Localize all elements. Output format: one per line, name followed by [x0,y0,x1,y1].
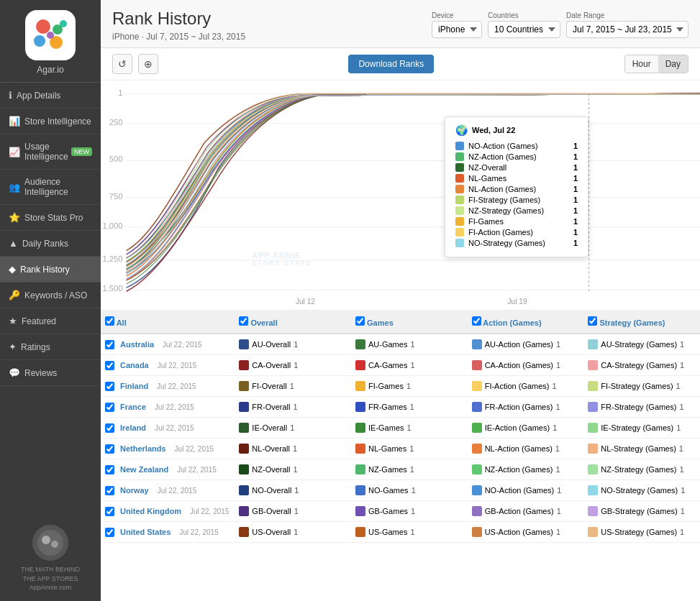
sidebar-item-audience-intelligence[interactable]: 👥 Audience Intelligence [0,170,101,205]
games-checkbox[interactable] [355,316,365,326]
rank-table: All Overall Games Action (Games) [101,311,700,543]
download-ranks-button[interactable]: Download Ranks [348,55,434,73]
sidebar-item-store-stats-pro[interactable]: ⭐ Store Stats Pro [0,205,101,231]
tooltip-color-swatch [455,196,464,204]
overall-checkbox[interactable] [239,316,248,326]
row-checkbox[interactable] [105,465,114,474]
strategy-label: US-Strategy (Games) [601,528,677,536]
zoom-button[interactable]: ⊕ [138,54,158,74]
info-icon: ℹ [9,90,12,101]
sidebar-item-ratings[interactable]: ✦ Ratings [0,334,101,360]
sidebar-item-daily-ranks[interactable]: ▲ Daily Ranks [0,231,101,257]
strategy-checkbox[interactable] [588,316,597,326]
app-logo-section: Agar.io [0,0,101,83]
overall-label: AU-Overall [252,340,291,349]
games-cell: NZ-Games 1 [351,459,468,480]
overall-label: GB-Overall [252,507,291,515]
strategy-label: AU-Strategy (Games) [601,340,677,349]
overall-badge [239,339,249,349]
row-checkbox[interactable] [105,423,114,433]
sidebar-item-reviews[interactable]: 💬 Reviews [0,360,101,386]
games-label: FI-Games [368,382,404,390]
action-badge [472,464,482,474]
overall-rank: 1 [294,361,298,370]
sidebar-item-app-details[interactable]: ℹ App Details [0,83,101,109]
country-cell: Canada Jul 22, 2015 [101,355,235,376]
country-name[interactable]: Australia [120,340,154,349]
tooltip-row-value: 1 [573,196,578,204]
action-badge [472,527,482,537]
country-name[interactable]: Finland [120,382,148,390]
row-checkbox[interactable] [105,361,114,370]
overall-cell: FR-Overall 1 [235,397,351,418]
sidebar-item-store-intelligence[interactable]: 📊 Store Intelligence [0,109,101,134]
overall-badge [239,464,249,474]
action-checkbox[interactable] [472,316,481,326]
row-checkbox[interactable] [105,528,114,537]
games-cell: US-Games 1 [351,522,468,543]
row-checkbox[interactable] [105,444,114,454]
country-name[interactable]: Norway [120,486,149,495]
games-rank: 1 [407,423,412,432]
device-select[interactable]: iPhone iPad [432,21,482,38]
games-cell: AU-Games 1 [351,334,468,355]
row-checkbox[interactable] [105,340,114,349]
row-date: Jul 22, 2015 [158,362,197,370]
overall-label: FR-Overall [252,403,290,411]
sidebar-item-usage-intelligence[interactable]: 📈 Usage Intelligence NEW [0,134,101,170]
date-range-select[interactable]: Jul 7, 2015 ~ Jul 23, 2015 [566,21,688,38]
refresh-button[interactable]: ↺ [112,54,132,74]
strategy-header-label: Strategy (Games) [599,318,665,327]
hour-toggle-button[interactable]: Hour [625,55,658,73]
sidebar: Agar.io ℹ App Details 📊 Store Intelligen… [0,0,101,601]
tooltip-title: 🌍 Wed, Jul 22 [455,124,578,136]
country-name[interactable]: Ireland [120,423,146,432]
header-left: Rank History iPhone · Jul 7, 2015 ~ Jul … [112,9,245,42]
hour-day-toggle: Hour Day [624,55,688,73]
sidebar-item-label: Store Stats Pro [24,213,83,223]
country-name[interactable]: Netherlands [120,444,166,453]
overall-rank: 1 [294,465,298,474]
row-checkbox[interactable] [105,403,114,412]
country-name[interactable]: United Kingdom [120,507,181,515]
games-label: NO-Games [368,486,409,495]
country-cell: United Kingdom Jul 22, 2015 [101,501,235,522]
row-checkbox[interactable] [105,382,114,391]
row-checkbox[interactable] [105,486,114,495]
country-name[interactable]: United States [120,528,171,536]
overall-cell: NZ-Overall 1 [235,459,351,480]
overall-badge [239,381,249,391]
games-badge [355,339,365,349]
overall-cell: AU-Overall 1 [235,334,351,355]
country-name[interactable]: New Zealand [120,465,168,474]
overall-badge [239,444,249,454]
games-badge [355,464,365,474]
sidebar-item-label: Store Intelligence [24,116,91,127]
sidebar-item-label: Audience Intelligence [24,177,92,197]
countries-select[interactable]: 10 Countries All Countries [488,21,560,38]
strategy-rank: 1 [680,361,684,370]
tooltip-row-label: NZ-Overall [468,163,573,172]
row-date: Jul 22, 2015 [190,508,229,515]
country-name[interactable]: Canada [120,361,149,370]
games-cell: CA-Games 1 [351,355,468,376]
row-checkbox[interactable] [105,507,114,516]
sidebar-item-keywords-aso[interactable]: 🔑 Keywords / ASO [0,283,101,308]
strategy-cell: US-Strategy (Games) 1 [583,522,700,543]
country-name[interactable]: France [120,403,146,411]
action-rank: 1 [555,403,560,411]
all-checkbox[interactable] [105,316,114,326]
overall-label: US-Overall [252,528,291,536]
tooltip-color-swatch [455,185,464,193]
strategy-label: GB-Strategy (Games) [601,507,677,515]
tooltip-row-value: 1 [573,185,578,193]
sidebar-item-rank-history[interactable]: ◆ Rank History [0,257,101,283]
sidebar-item-featured[interactable]: ★ Featured [0,308,101,334]
action-rank: 1 [555,465,560,474]
games-label: AU-Games [368,340,407,349]
reviews-icon: 💬 [9,367,20,378]
toolbar-center: Download Ranks [164,55,619,73]
table-row: New Zealand Jul 22, 2015 NZ-Overall 1 NZ… [101,459,700,480]
day-toggle-button[interactable]: Day [658,55,688,73]
action-cell: GB-Action (Games) 1 [468,501,584,522]
